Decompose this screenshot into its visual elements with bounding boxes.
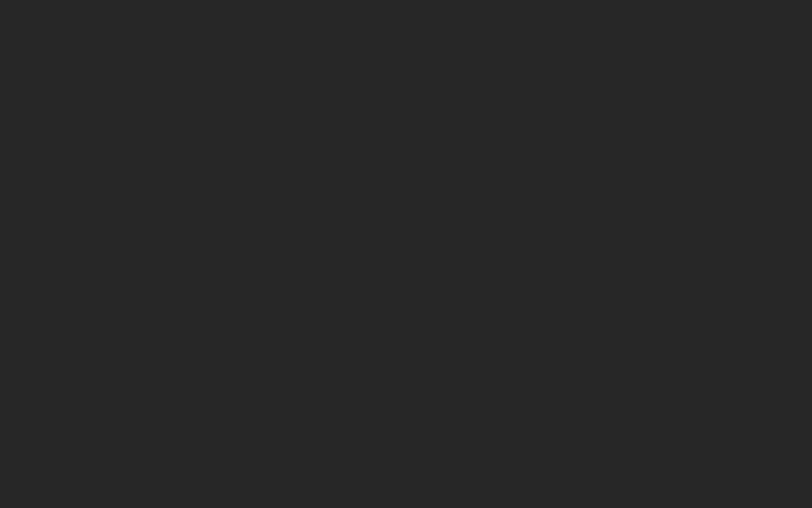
- bitwig-window: [0, 0, 812, 508]
